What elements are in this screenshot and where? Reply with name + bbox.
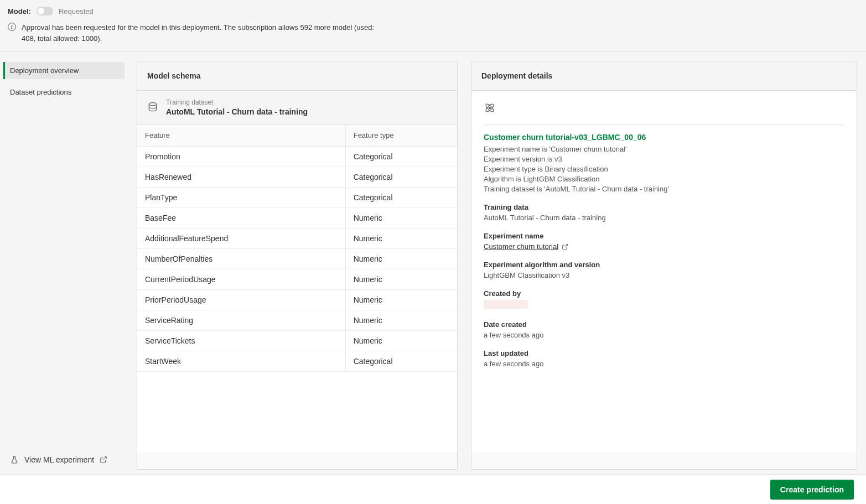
flask-icon — [10, 455, 19, 464]
deployment-meta-line: Experiment type is Binary classification — [484, 165, 844, 173]
feature-cell: NumberOfPenalties — [137, 249, 345, 269]
info-icon: i — [8, 23, 16, 31]
schema-table-body: PromotionCategoricalHasRenewedCategorica… — [137, 147, 457, 454]
date-created-value: a few seconds ago — [484, 331, 844, 339]
feature-cell: HasRenewed — [137, 167, 345, 187]
svg-point-1 — [489, 107, 491, 109]
redacted-avatar — [484, 300, 528, 309]
last-updated-value: a few seconds ago — [484, 360, 844, 368]
table-row: HasRenewedCategorical — [137, 167, 457, 188]
feature-cell: AdditionalFeatureSpend — [137, 228, 345, 248]
approval-message-row: i Approval has been requested for the mo… — [8, 22, 858, 44]
table-row: ServiceRatingNumeric — [137, 310, 457, 331]
training-dataset-name: AutoML Tutorial - Churn data - training — [166, 107, 308, 116]
experiment-name-link[interactable]: Customer churn tutorial — [484, 242, 568, 251]
feature-cell: Promotion — [137, 147, 345, 167]
model-schema-panel: Model schema Training dataset AutoML Tut… — [137, 61, 458, 470]
created-by-value — [484, 300, 844, 310]
model-status-text: Requested — [59, 7, 94, 15]
feature-type-cell: Numeric — [345, 208, 457, 228]
create-prediction-button[interactable]: Create prediction — [770, 480, 854, 500]
deployment-details-panel: Deployment details Customer churn tutori… — [471, 61, 857, 470]
view-ml-experiment-label: View ML experiment — [24, 455, 94, 464]
feature-cell: ServiceTickets — [137, 331, 345, 351]
column-header-feature: Feature — [137, 124, 345, 146]
svg-point-0 — [149, 103, 156, 106]
table-row: AdditionalFeatureSpendNumeric — [137, 228, 457, 249]
deployment-meta-line: Algorithm is LightGBM Classification — [484, 175, 844, 183]
feature-type-cell: Categorical — [345, 188, 457, 207]
feature-type-cell: Numeric — [345, 290, 457, 310]
table-row: PlanTypeCategorical — [137, 188, 457, 208]
content-area: Model schema Training dataset AutoML Tut… — [128, 52, 866, 479]
model-schema-header: Model schema — [137, 61, 457, 91]
table-row: BaseFeeNumeric — [137, 208, 457, 228]
footer-bar: Create prediction — [0, 474, 866, 504]
feature-type-cell: Categorical — [345, 147, 457, 167]
training-data-label: Training data — [484, 203, 844, 211]
model-toggle-row: Model: Requested — [8, 7, 858, 15]
deployment-meta-line: Experiment version is v3 — [484, 155, 844, 163]
table-row: CurrentPeriodUsageNumeric — [137, 269, 457, 290]
approval-message: Approval has been requested for the mode… — [22, 22, 387, 44]
atom-icon — [484, 102, 496, 114]
table-row: NumberOfPenaltiesNumeric — [137, 249, 457, 269]
table-row: PriorPeriodUsageNumeric — [137, 290, 457, 310]
feature-cell: CurrentPeriodUsage — [137, 269, 345, 289]
left-sidebar: Deployment overview Dataset predictions … — [0, 52, 128, 479]
sidebar-item-deployment-overview[interactable]: Deployment overview — [3, 62, 125, 79]
feature-type-cell: Categorical — [345, 351, 457, 371]
model-label: Model: — [8, 7, 31, 15]
last-updated-label: Last updated — [484, 349, 844, 357]
deployment-meta-line: Experiment name is 'Customer churn tutor… — [484, 145, 844, 153]
feature-cell: PlanType — [137, 188, 345, 207]
feature-type-cell: Categorical — [345, 167, 457, 187]
table-row: PromotionCategorical — [137, 147, 457, 167]
sidebar-item-dataset-predictions[interactable]: Dataset predictions — [3, 84, 125, 101]
training-data-value: AutoML Tutorial - Churn data - training — [484, 214, 844, 222]
training-dataset-row: Training dataset AutoML Tutorial - Churn… — [137, 91, 457, 124]
table-row: StartWeekCategorical — [137, 351, 457, 372]
feature-type-cell: Numeric — [345, 249, 457, 269]
experiment-name-value: Customer churn tutorial — [484, 242, 844, 251]
feature-type-cell: Numeric — [345, 310, 457, 330]
model-approval-toggle[interactable] — [37, 7, 53, 15]
database-icon — [147, 101, 158, 113]
algorithm-value: LightGBM Classification v3 — [484, 271, 844, 279]
schema-table-header: Feature Feature type — [137, 124, 457, 147]
training-dataset-label: Training dataset — [166, 98, 308, 106]
sidebar-item-label: Dataset predictions — [10, 88, 71, 96]
sidebar-item-label: Deployment overview — [10, 66, 79, 75]
feature-cell: BaseFee — [137, 208, 345, 228]
feature-type-cell: Numeric — [345, 269, 457, 289]
feature-cell: PriorPeriodUsage — [137, 290, 345, 310]
details-panel-footer — [471, 454, 857, 469]
feature-cell: ServiceRating — [137, 310, 345, 330]
model-name-link[interactable]: Customer churn tutorial-v03_LGBMC_00_06 — [484, 133, 844, 142]
date-created-label: Date created — [484, 320, 844, 329]
main-area: Deployment overview Dataset predictions … — [0, 52, 866, 479]
deployment-meta-line: Training dataset is 'AutoML Tutorial - C… — [484, 185, 844, 193]
feature-type-cell: Numeric — [345, 228, 457, 248]
feature-type-cell: Numeric — [345, 331, 457, 351]
experiment-name-label: Experiment name — [484, 232, 844, 240]
schema-panel-footer — [137, 454, 457, 469]
external-link-icon — [100, 456, 107, 464]
deployment-details-body: Customer churn tutorial-v03_LGBMC_00_06 … — [471, 91, 857, 454]
top-bar: Model: Requested i Approval has been req… — [0, 0, 866, 52]
view-ml-experiment-link[interactable]: View ML experiment — [3, 451, 125, 474]
deployment-details-header: Deployment details — [471, 61, 857, 91]
created-by-label: Created by — [484, 289, 844, 298]
algorithm-label: Experiment algorithm and version — [484, 261, 844, 269]
feature-cell: StartWeek — [137, 351, 345, 371]
external-link-icon — [562, 243, 568, 250]
column-header-type: Feature type — [345, 124, 457, 146]
table-row: ServiceTicketsNumeric — [137, 331, 457, 351]
